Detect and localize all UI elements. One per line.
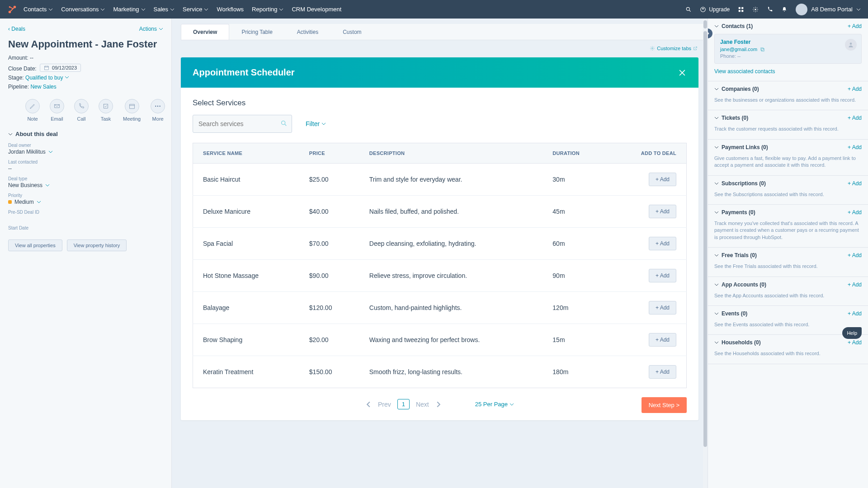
filter-dropdown[interactable]: Filter — [306, 120, 326, 127]
email-action[interactable]: Email — [50, 99, 64, 122]
service-name: Hot Stone Massage — [193, 260, 299, 292]
stage-dropdown[interactable]: Qualified to buy — [25, 75, 69, 81]
section-body: Track the customer requests associated w… — [714, 126, 862, 132]
add-to-deal-button[interactable]: + Add — [649, 173, 676, 186]
bell-icon[interactable] — [781, 6, 788, 13]
add-contact-link[interactable]: + Add — [848, 23, 862, 29]
marketplace-icon[interactable] — [738, 6, 744, 13]
nav-sales[interactable]: Sales — [154, 6, 175, 13]
add-to-deal-button[interactable]: + Add — [649, 365, 676, 379]
pipeline-link[interactable]: New Sales — [30, 84, 56, 90]
contact-email-link[interactable]: jane@gmail.com — [720, 47, 757, 52]
tab-overview[interactable]: Overview — [181, 24, 229, 40]
section-header[interactable]: Events (0) — [714, 310, 747, 317]
actions-dropdown[interactable]: Actions — [139, 26, 163, 32]
owner-dropdown[interactable]: Jordan Mikilitus — [8, 149, 163, 155]
chevron-down-icon — [279, 7, 283, 12]
section-add-link[interactable]: + Add — [848, 339, 862, 346]
nav-conversations[interactable]: Conversations — [61, 6, 105, 13]
section-header[interactable]: Tickets (0) — [714, 115, 748, 121]
section-add-link[interactable]: + Add — [848, 209, 862, 216]
section-header[interactable]: Payments (0) — [714, 209, 755, 216]
view-associated-contacts-link[interactable]: View associated contacts — [714, 68, 775, 75]
center-scrollbar[interactable] — [703, 19, 708, 488]
nav-reporting[interactable]: Reporting — [252, 6, 283, 13]
view-all-properties-button[interactable]: View all properties — [8, 239, 62, 251]
next-page[interactable]: Next — [416, 401, 429, 408]
section-header[interactable]: Free Trials (0) — [714, 252, 757, 258]
add-to-deal-button[interactable]: + Add — [649, 301, 676, 314]
view-property-history-button[interactable]: View property history — [67, 239, 127, 251]
back-deals-link[interactable]: ‹ Deals — [8, 26, 25, 32]
svg-point-3 — [687, 7, 690, 10]
section-header[interactable]: Companies (0) — [714, 86, 759, 92]
close-date-input[interactable]: 09/12/2023 — [40, 64, 81, 72]
page-number[interactable]: 1 — [397, 399, 410, 409]
chevron-down-icon — [100, 7, 105, 12]
section-add-link[interactable]: + Add — [848, 252, 862, 258]
upgrade-link[interactable]: Upgrade — [700, 6, 730, 13]
customize-tabs-link[interactable]: Customize tabs — [650, 46, 698, 51]
dealtype-dropdown[interactable]: New Business — [8, 182, 163, 188]
nav-menus: Contacts Conversations Marketing Sales S… — [24, 6, 341, 13]
tab-custom[interactable]: Custom — [330, 24, 373, 40]
service-price: $120.00 — [299, 292, 359, 324]
nav-crm-development[interactable]: CRM Development — [292, 6, 341, 13]
search-icon[interactable] — [685, 6, 692, 13]
chevron-down-icon — [714, 311, 719, 316]
nav-contacts[interactable]: Contacts — [24, 6, 53, 13]
chevron-left-icon[interactable] — [365, 401, 372, 408]
portal-switcher[interactable]: A8 Demo Portal — [796, 4, 861, 15]
nav-service[interactable]: Service — [183, 6, 208, 13]
service-duration: 120m — [542, 292, 609, 324]
search-services-input[interactable] — [193, 115, 292, 133]
nav-workflows[interactable]: Workflows — [217, 6, 244, 13]
add-to-deal-button[interactable]: + Add — [649, 269, 676, 282]
add-to-deal-button[interactable]: + Add — [649, 205, 676, 218]
section-header[interactable]: App Accounts (0) — [714, 282, 766, 288]
chevron-right-icon — [708, 31, 710, 36]
section-header[interactable]: Subscriptions (0) — [714, 180, 766, 187]
gear-icon[interactable] — [752, 6, 759, 13]
section-add-link[interactable]: + Add — [848, 144, 862, 150]
next-step-button[interactable]: Next Step > — [642, 397, 687, 413]
service-description: Deep cleansing, exfoliating, hydrating. — [359, 228, 543, 260]
meeting-action[interactable]: Meeting — [123, 99, 141, 122]
chevron-down-icon — [714, 87, 719, 91]
phone-icon[interactable] — [767, 6, 773, 13]
section-add-link[interactable]: + Add — [848, 115, 862, 121]
close-icon[interactable] — [678, 68, 687, 77]
tab-activities[interactable]: Activities — [285, 24, 330, 40]
contact-name-link[interactable]: Jane Foster — [720, 39, 856, 45]
note-action[interactable]: Note — [25, 99, 40, 122]
call-action[interactable]: Call — [74, 99, 89, 122]
chevron-down-icon — [714, 116, 719, 120]
phone-icon — [78, 103, 85, 109]
task-action[interactable]: Task — [99, 99, 113, 122]
section-body: See the App Accounts associated with thi… — [714, 292, 862, 299]
left-panel: ‹ Deals Actions New Appointment - Jane F… — [0, 19, 172, 488]
add-to-deal-button[interactable]: + Add — [649, 333, 676, 347]
section-add-link[interactable]: + Add — [848, 282, 862, 288]
section-add-link[interactable]: + Add — [848, 180, 862, 187]
nav-marketing[interactable]: Marketing — [113, 6, 145, 13]
copy-icon[interactable] — [760, 47, 765, 52]
per-page-dropdown[interactable]: 25 Per Page — [475, 401, 514, 408]
section-body: Track money you've collected that's asso… — [714, 220, 862, 241]
section-add-link[interactable]: + Add — [848, 86, 862, 92]
more-action[interactable]: More — [151, 99, 165, 122]
section-header[interactable]: Households (0) — [714, 339, 761, 346]
contacts-section-header[interactable]: Contacts (1) — [714, 23, 753, 29]
help-button[interactable]: Help — [842, 327, 862, 339]
about-deal-header[interactable]: About this deal — [8, 131, 163, 137]
prev-page[interactable]: Prev — [378, 401, 391, 408]
service-name: Balayage — [193, 292, 299, 324]
priority-dropdown[interactable]: Medium — [8, 199, 163, 205]
section-add-link[interactable]: + Add — [848, 310, 862, 317]
add-to-deal-button[interactable]: + Add — [649, 237, 676, 250]
table-row: Spa Facial $70.00 Deep cleansing, exfoli… — [193, 228, 687, 260]
section-header[interactable]: Payment Links (0) — [714, 144, 768, 150]
tab-pricing-table[interactable]: Pricing Table — [229, 24, 284, 40]
chevron-right-icon[interactable] — [435, 401, 442, 408]
checklist-icon — [103, 103, 109, 109]
